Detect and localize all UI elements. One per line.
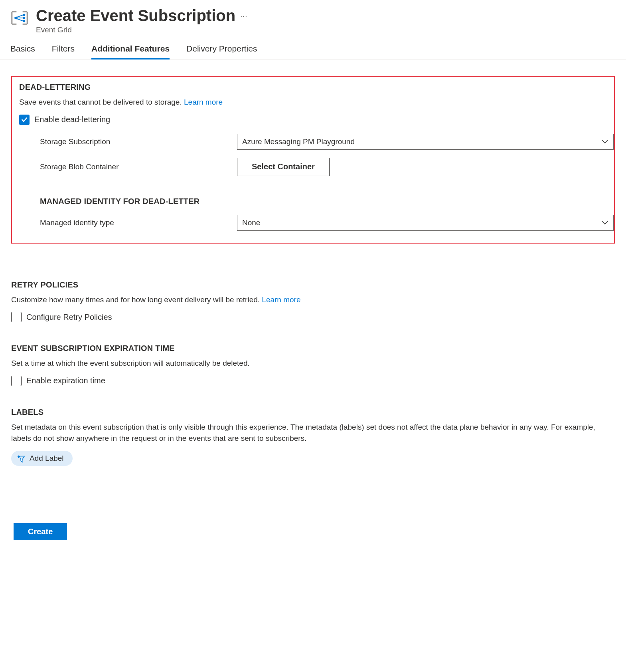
page-subtitle: Event Grid xyxy=(36,26,616,34)
add-label-button[interactable]: Add Label xyxy=(11,451,73,466)
dead-lettering-desc: Save events that cannot be delivered to … xyxy=(19,97,607,108)
svg-point-1 xyxy=(23,17,26,19)
select-container-button[interactable]: Select Container xyxy=(237,158,330,176)
retry-policies-desc-text: Customize how many times and for how lon… xyxy=(11,295,262,304)
enable-dead-lettering-label: Enable dead-lettering xyxy=(34,115,110,124)
svg-point-0 xyxy=(23,14,26,16)
more-actions-icon[interactable]: ··· xyxy=(240,12,247,20)
tabs-nav: Basics Filters Additional Features Deliv… xyxy=(0,37,626,59)
chevron-down-icon xyxy=(601,139,608,145)
storage-subscription-value: Azure Messaging PM Playground xyxy=(242,137,355,146)
expiration-title: EVENT SUBSCRIPTION EXPIRATION TIME xyxy=(11,344,615,353)
retry-policies-desc: Customize how many times and for how lon… xyxy=(11,294,615,306)
configure-retry-policies-checkbox[interactable] xyxy=(11,312,22,322)
enable-dead-lettering-checkbox[interactable] xyxy=(19,115,30,125)
labels-desc: Set metadata on this event subscription … xyxy=(11,422,615,444)
tab-basics[interactable]: Basics xyxy=(10,44,35,59)
add-label-text: Add Label xyxy=(30,454,64,463)
event-grid-service-icon xyxy=(10,9,29,27)
enable-expiration-label: Enable expiration time xyxy=(26,376,105,385)
chevron-down-icon xyxy=(601,220,608,226)
managed-identity-type-label: Managed identity type xyxy=(40,218,237,227)
svg-point-2 xyxy=(23,20,26,22)
page-header: Create Event Subscription ··· Event Grid xyxy=(0,0,626,37)
page-title: Create Event Subscription xyxy=(36,6,235,25)
dead-lettering-learn-more-link[interactable]: Learn more xyxy=(184,98,223,106)
create-button[interactable]: Create xyxy=(14,523,67,540)
add-filter-icon xyxy=(17,454,26,463)
dead-lettering-desc-text: Save events that cannot be delivered to … xyxy=(19,98,184,106)
expiration-desc: Set a time at which the event subscripti… xyxy=(11,358,615,369)
expiration-section: EVENT SUBSCRIPTION EXPIRATION TIME Set a… xyxy=(11,344,615,386)
retry-policies-section: RETRY POLICIES Customize how many times … xyxy=(11,280,615,323)
managed-identity-type-value: None xyxy=(242,218,260,227)
storage-subscription-label: Storage Subscription xyxy=(40,137,237,146)
tab-additional-features[interactable]: Additional Features xyxy=(91,44,170,59)
retry-policies-learn-more-link[interactable]: Learn more xyxy=(262,295,300,304)
dead-lettering-highlight-box: DEAD-LETTERING Save events that cannot b… xyxy=(11,76,615,244)
storage-subscription-select[interactable]: Azure Messaging PM Playground xyxy=(237,134,614,150)
retry-policies-title: RETRY POLICIES xyxy=(11,280,615,289)
footer-bar: Create xyxy=(0,514,626,549)
tab-filters[interactable]: Filters xyxy=(52,44,75,59)
labels-title: LABELS xyxy=(11,408,615,417)
storage-blob-container-label: Storage Blob Container xyxy=(40,163,237,171)
labels-section: LABELS Set metadata on this event subscr… xyxy=(11,408,615,466)
tab-delivery-properties[interactable]: Delivery Properties xyxy=(186,44,257,59)
enable-expiration-checkbox[interactable] xyxy=(11,376,22,386)
dead-lettering-title: DEAD-LETTERING xyxy=(19,83,607,92)
managed-identity-type-select[interactable]: None xyxy=(237,215,614,231)
managed-identity-dl-title: MANAGED IDENTITY FOR DEAD-LETTER xyxy=(40,197,607,206)
configure-retry-policies-label: Configure Retry Policies xyxy=(26,313,112,322)
